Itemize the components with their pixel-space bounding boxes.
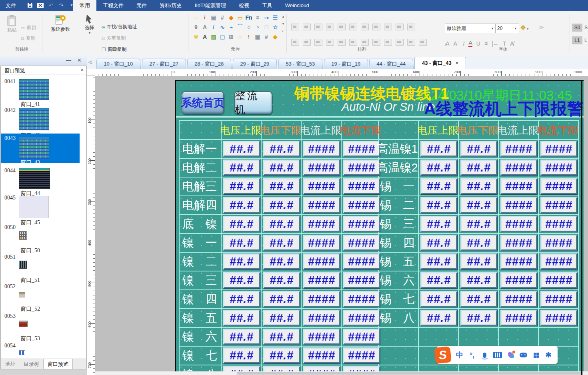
doc-tab-53 - 窗口_53[interactable]: 53 - 窗口_53 <box>278 59 323 69</box>
polyline-icon[interactable]: ⌁ <box>227 23 235 31</box>
paste-button[interactable]: 粘贴 <box>4 15 20 34</box>
ribbon-tab-Weincloud[interactable]: Weincloud <box>279 0 316 11</box>
left-cell-r1c2[interactable]: #### <box>303 160 340 176</box>
word-lamp-2-icon[interactable]: ⁝ <box>245 33 253 41</box>
left-cell-r3c0[interactable]: ##.# <box>223 197 260 213</box>
option-list-icon[interactable]: ☰ <box>271 14 279 22</box>
font-style-button-6[interactable]: |← <box>492 40 499 47</box>
bit-lamp-2-icon[interactable]: ○ <box>236 33 244 41</box>
right-cell-r7c3[interactable]: #### <box>540 272 577 288</box>
hmi-canvas[interactable]: 系统首页 整流机 2024/03/10星期日11:03:45 铜带镍锡连续电镀线… <box>175 80 584 375</box>
left-cell-r2c2[interactable]: #### <box>303 178 340 194</box>
set-word-icon[interactable]: # <box>218 14 226 22</box>
left-cell-r5c1[interactable]: ##.# <box>263 235 300 251</box>
left-cell-r8c1[interactable]: ##.# <box>263 291 300 307</box>
window-thumbnail-0052[interactable] <box>19 292 25 297</box>
rectangle-icon[interactable]: □ <box>262 23 270 31</box>
right-cell-r2c3[interactable]: #### <box>540 178 577 194</box>
arrange-icon-r2-1[interactable] <box>303 39 311 46</box>
set-bit-2-icon[interactable]: ▣ <box>254 33 262 41</box>
skin-icon[interactable] <box>507 352 514 358</box>
arrange-icon-r1-10[interactable] <box>407 24 415 30</box>
ribbon-tab-常用[interactable]: 常用 <box>73 0 96 11</box>
window-caption-0053[interactable]: 窗口_53 <box>20 335 40 342</box>
arrange-icon-r2-7[interactable] <box>372 39 380 46</box>
arrange-icon-r1-9[interactable] <box>396 24 404 30</box>
font-style-button-8[interactable]: A̸ <box>510 40 514 47</box>
set-bit-icon[interactable]: ▣ <box>210 14 218 22</box>
table-icon[interactable]: ⊞ <box>227 33 235 41</box>
right-cell-r6c0[interactable]: ##.# <box>420 253 457 269</box>
right-cell-r6c1[interactable]: ##.# <box>460 253 497 269</box>
bit-lamp-icon[interactable]: ○ <box>192 14 200 22</box>
picture-icon[interactable]: ▨ <box>210 33 218 41</box>
arrange-icon-r1-0[interactable] <box>291 24 299 30</box>
left-cell-r5c0[interactable]: ##.# <box>223 235 260 251</box>
system-home-button[interactable]: 系统首页 <box>182 91 224 114</box>
frame-icon[interactable]: ▢ <box>218 33 226 41</box>
arrange-icon-r2-2[interactable] <box>314 39 322 46</box>
window-thumbnail-0054[interactable] <box>19 350 25 355</box>
window-number-0052[interactable]: 0052 <box>4 283 16 290</box>
arrange-icon-r2-3[interactable] <box>326 39 334 46</box>
arrange-icon-r2-8[interactable] <box>384 39 392 46</box>
right-cell-r9c1[interactable]: ##.# <box>460 310 497 326</box>
right-cell-r0c3[interactable]: #### <box>540 141 577 157</box>
font-style-button-0[interactable]: ᵢA <box>445 40 450 47</box>
left-cell-r9c1[interactable]: ##.# <box>263 310 300 326</box>
doc-tab-44 - 窗口_44[interactable]: 44 - 窗口_44 <box>369 59 414 69</box>
right-cell-r7c1[interactable]: ##.# <box>460 272 497 288</box>
emoji-pad-icon[interactable] <box>520 353 527 357</box>
right-cell-r2c2[interactable]: #### <box>500 178 537 194</box>
right-cell-r9c0[interactable]: ##.# <box>420 310 457 326</box>
system-parameters-button[interactable]: 系统参数 <box>46 14 74 33</box>
left-cell-r0c2[interactable]: #### <box>303 141 340 157</box>
right-cell-r2c1[interactable]: ##.# <box>460 178 497 194</box>
window-caption-0045[interactable]: 窗口_45 <box>20 219 40 226</box>
hscrollbar-thumb[interactable] <box>237 372 583 375</box>
ribbon-tab-元件[interactable]: 元件 <box>130 0 153 11</box>
punctuation-icon[interactable]: °, <box>468 351 476 359</box>
right-cell-r3c1[interactable]: ##.# <box>460 197 497 213</box>
horizontal-scrollbar[interactable] <box>95 371 588 375</box>
font-style-button-3[interactable]: A <box>468 40 472 47</box>
arrange-icon-r1-6[interactable] <box>361 24 369 30</box>
left-cell-r1c0[interactable]: ##.# <box>223 160 260 176</box>
right-cell-r5c2[interactable]: #### <box>500 235 537 251</box>
window-thumbnail-0041[interactable] <box>19 79 49 100</box>
ribbon-tab-资料/历史[interactable]: 资料/历史 <box>153 0 188 11</box>
right-cell-r3c2[interactable]: #### <box>500 197 537 213</box>
left-cell-r6c0[interactable]: ##.# <box>223 253 260 269</box>
sidebar-tab-窗口预览[interactable]: 窗口预览 <box>43 359 73 369</box>
right-cell-r4c2[interactable]: #### <box>500 216 537 232</box>
left-cell-r8c2[interactable]: #### <box>303 291 340 307</box>
right-cell-r4c0[interactable]: ##.# <box>420 216 457 232</box>
left-cell-r6c3[interactable]: #### <box>343 253 380 269</box>
left-cell-r4c1[interactable]: ##.# <box>263 216 300 232</box>
doc-tab-10 - 窗口_10[interactable]: 10 - 窗口_10 <box>96 59 141 69</box>
doc-tab-27 - 窗口_27[interactable]: 27 - 窗口_27 <box>142 59 186 69</box>
settings-icon[interactable]: ✱ <box>545 351 552 359</box>
left-cell-r11c0[interactable]: ##.# <box>223 347 260 363</box>
format-paint-icon[interactable]: ❖▼ <box>520 24 529 32</box>
right-cell-r1c1[interactable]: ##.# <box>460 160 497 176</box>
arrange-icon-r1-5[interactable] <box>349 24 357 30</box>
window-thumbnail-0045[interactable] <box>19 196 48 218</box>
right-cell-r5c0[interactable]: ##.# <box>420 235 457 251</box>
left-cell-r0c0[interactable]: ##.# <box>223 141 260 157</box>
right-cell-r0c1[interactable]: ##.# <box>460 141 497 157</box>
right-cell-r3c3[interactable]: #### <box>540 197 577 213</box>
window-thumbnail-0044[interactable] <box>19 168 50 189</box>
font-style-button-4[interactable]: U <box>476 40 480 47</box>
toggle-switch-icon[interactable]: ◆ <box>227 14 235 22</box>
left-cell-r1c1[interactable]: ##.# <box>263 160 300 176</box>
right-cell-r4c1[interactable]: ##.# <box>460 216 497 232</box>
panel-close-icon[interactable]: ✕ <box>77 57 82 63</box>
left-cell-r10c2[interactable]: #### <box>303 329 340 345</box>
right-cell-r8c1[interactable]: ##.# <box>460 291 497 307</box>
right-cell-r5c3[interactable]: #### <box>540 235 577 251</box>
keyboard-icon[interactable] <box>493 352 502 358</box>
window-caption-0051[interactable]: 窗口_51 <box>20 277 40 284</box>
arrange-icon-r1-8[interactable] <box>384 24 392 30</box>
set-word-2-icon[interactable]: # <box>262 33 270 41</box>
